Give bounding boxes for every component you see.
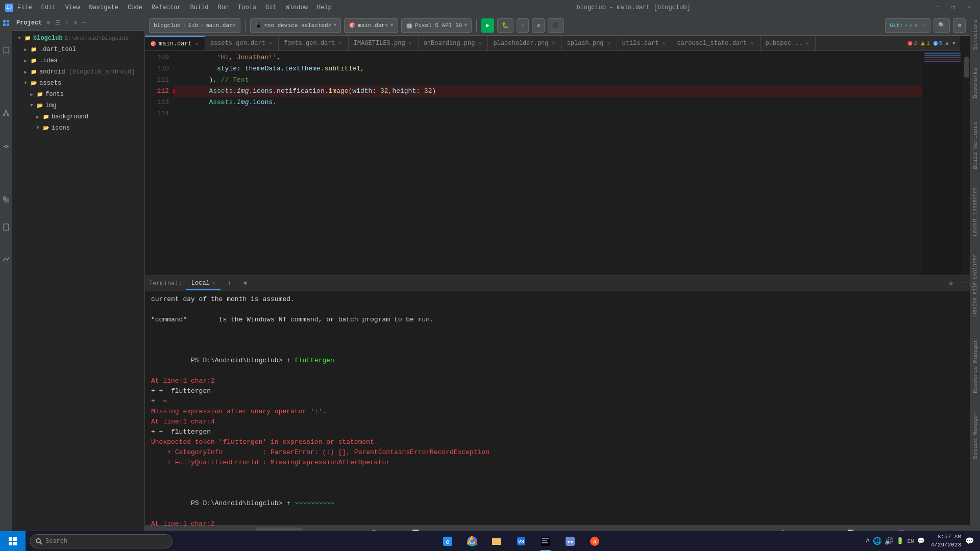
taskbar-item-ie[interactable]: e [436, 531, 459, 552]
tab-close-placeholder[interactable]: ✕ [551, 40, 556, 47]
tab-close-splash[interactable]: ✕ [606, 40, 611, 47]
tree-item-assets[interactable]: ▼ 📂 assets [12, 78, 144, 89]
close-button[interactable]: ✕ [963, 4, 975, 11]
tab-close-imagetiles[interactable]: ✕ [408, 40, 413, 47]
settings-btn[interactable]: ⚙ [953, 18, 966, 33]
panel-icon-settings[interactable]: ⚙ [72, 19, 79, 27]
tab-close-main-dart[interactable]: ✕ [194, 40, 200, 47]
tab-close-pubspec[interactable]: ✕ [805, 40, 810, 47]
taskbar-item-app2[interactable]: A [583, 531, 606, 552]
api-selector[interactable]: 🤖 Pixel 5 API 30 ▼ [401, 18, 472, 33]
sidebar-icon-build-variants[interactable] [1, 254, 12, 265]
tab-close-assets-gen[interactable]: ✕ [268, 40, 273, 47]
layout-inspector-label[interactable]: Layout Inspector [971, 183, 979, 240]
tree-item-icons[interactable]: ▼ 📂 icons [12, 122, 144, 134]
tab-onboarding[interactable]: onBoarding.png ✕ [419, 36, 488, 51]
run-button[interactable]: ▶ [481, 18, 494, 33]
taskbar-item-chrome[interactable] [460, 531, 484, 552]
start-button[interactable] [0, 531, 26, 552]
scrollbar-thumb[interactable] [964, 57, 969, 78]
device-selector[interactable]: 📱 <no device selected> ▼ [250, 18, 341, 33]
tab-imagetiles[interactable]: IMAGETILES.png ✕ [349, 36, 419, 51]
tree-item-dart-tool[interactable]: ▶ 📁 .dart_tool [12, 44, 144, 55]
menu-window[interactable]: Window [282, 3, 312, 12]
terminal-tab-add[interactable]: + [223, 277, 236, 290]
tab-pubspec[interactable]: pubspec... ✕ [761, 36, 816, 51]
resource-manager-label[interactable]: Resource Manager [971, 335, 980, 397]
sidebar-icon-device-manager[interactable] [1, 221, 12, 233]
tree-item-android[interactable]: ▶ 📁 android [blogclub_android] [12, 66, 144, 78]
tree-item-img[interactable]: ▼ 📂 img [12, 100, 144, 111]
search-everywhere-btn[interactable]: 🔍 [934, 18, 950, 33]
panel-icon-close[interactable]: — [81, 19, 87, 27]
maximize-button[interactable]: ❐ [947, 4, 959, 11]
tab-fonts-gen[interactable]: fonts.gen.dart ✕ [279, 36, 349, 51]
menu-code[interactable]: Code [124, 3, 146, 12]
tree-item-root[interactable]: ▼ 📁 blogclub D:\Android\blogclub [12, 33, 144, 44]
tab-splash[interactable]: splash.png ✕ [562, 36, 617, 51]
terminal-tab-local[interactable]: Local ✕ [186, 277, 220, 290]
git-status[interactable]: Git: ✓ ✓ ⇅ ↑↑ [885, 18, 930, 33]
panel-icon-list[interactable]: ☰ [54, 19, 62, 27]
device-file-explorer-label[interactable]: Device File Explorer [971, 251, 979, 320]
tree-item-idea[interactable]: ▶ 📁 .idea [12, 55, 144, 66]
tray-network-icon[interactable]: 🌐 [873, 537, 881, 545]
debug-button[interactable]: 🐛 [497, 18, 513, 33]
taskbar-clock[interactable]: 8:57 AM 4/29/2023 [931, 533, 961, 549]
tray-sound-icon[interactable]: 🔊 [885, 537, 893, 545]
terminal-tab-local-close[interactable]: ✕ [212, 280, 215, 286]
tree-item-background[interactable]: ▶ 📁 background [12, 111, 144, 122]
tab-assets-gen[interactable]: assets.gen.dart ✕ [205, 36, 279, 51]
terminal-settings-icon[interactable]: ⚙ [947, 279, 955, 288]
build-variants-label[interactable]: Build Variants [971, 118, 980, 173]
stop-btn[interactable]: ⬛ [548, 18, 564, 33]
taskbar-item-discord[interactable] [558, 531, 582, 552]
panel-icon-scope[interactable]: ⊕ [45, 19, 52, 27]
panel-icon-sort[interactable]: ↕ [64, 19, 70, 27]
structure-label[interactable]: Structure [971, 15, 980, 54]
sidebar-icon-structure[interactable] [1, 108, 12, 119]
run-config-selector[interactable]: 🎯 main.dart ▼ [344, 18, 398, 33]
hot-restart-btn[interactable]: ↺ [532, 18, 545, 33]
menu-view[interactable]: View [61, 3, 84, 12]
expand-tabs-btn[interactable]: ▲ ▼ [945, 40, 955, 46]
taskbar-item-app1[interactable]: VS [509, 531, 533, 552]
tab-close-onboarding[interactable]: ✕ [477, 40, 482, 47]
tab-carousel[interactable]: carousel_state.dart ✕ [672, 36, 761, 51]
menu-refactor[interactable]: Refactor [148, 3, 185, 12]
taskbar-search[interactable]: Search [30, 534, 173, 548]
menu-navigate[interactable]: Navigate [85, 3, 122, 12]
tab-close-carousel[interactable]: ✕ [749, 40, 754, 47]
tab-utils[interactable]: utils.dart ✕ [617, 36, 672, 51]
menu-file[interactable]: File [13, 3, 36, 12]
notification-center-btn[interactable]: 💬 [965, 537, 974, 545]
sidebar-icon-commit[interactable] [1, 141, 12, 152]
terminal-tab-dropdown[interactable]: ▼ [238, 277, 252, 290]
menu-edit[interactable]: Edit [37, 3, 60, 12]
project-breadcrumb[interactable]: blogclub › lib › main.dart [149, 18, 240, 33]
taskbar-item-files[interactable] [485, 531, 508, 552]
menu-tools[interactable]: Tools [234, 3, 260, 12]
tree-item-fonts[interactable]: ▶ 📁 fonts [12, 89, 144, 100]
sidebar-icon-project[interactable] [1, 17, 12, 29]
menu-run[interactable]: Run [213, 3, 233, 12]
sidebar-icon-resource-manager[interactable] [1, 194, 12, 205]
taskbar-item-intellij[interactable] [534, 531, 557, 552]
terminal-content[interactable]: current day of the month is assumed. "co… [145, 291, 970, 525]
menu-build[interactable]: Build [186, 3, 212, 12]
code-editor[interactable]: 'Hi, Jonathan!', style: themeData.textTh… [173, 51, 922, 276]
tray-notification-icon[interactable]: 💬 [917, 537, 925, 545]
menu-git[interactable]: Git [261, 3, 281, 12]
tab-placeholder[interactable]: placeholder.png ✕ [488, 36, 561, 51]
device-manager-label[interactable]: Device Manager [971, 408, 980, 463]
hot-reload-btn[interactable]: ⚡ [517, 18, 529, 33]
editor-scrollbar[interactable] [963, 51, 970, 276]
menu-help[interactable]: Help [313, 3, 336, 12]
minimize-button[interactable]: — [931, 4, 943, 11]
tab-main-dart[interactable]: 🎯 main.dart ✕ [145, 36, 205, 51]
bookmarks-label[interactable]: Bookmarks [971, 64, 980, 102]
sidebar-icon-bookmarks[interactable] [1, 45, 12, 56]
tab-close-utils[interactable]: ✕ [662, 40, 667, 47]
terminal-minimize-icon[interactable]: — [958, 279, 966, 288]
tab-close-fonts-gen[interactable]: ✕ [338, 40, 343, 47]
